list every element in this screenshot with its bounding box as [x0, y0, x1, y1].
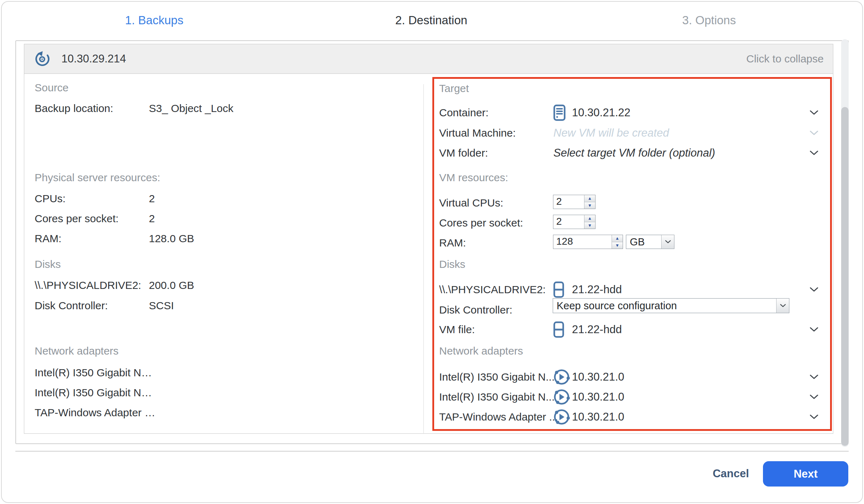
column-divider: [423, 84, 424, 434]
ram-unit-value: GB: [626, 236, 661, 248]
virtual-cpus-increment-icon[interactable]: ▲: [584, 195, 595, 202]
physical-drive-row: \\.\PHYSICALDRIVE2: 200.0 GB: [35, 277, 194, 294]
vm-folder-dropdown-icon[interactable]: [810, 150, 818, 156]
network-icon: [553, 389, 570, 405]
virtual-cpus-row: Virtual CPUs:: [439, 195, 553, 211]
adapter-name: TAP-Windows Adapter …: [35, 407, 155, 419]
vm-file-row[interactable]: VM file: 21.22-hdd: [439, 321, 622, 338]
disk-icon: [553, 321, 564, 338]
step-options[interactable]: 3. Options: [682, 14, 736, 27]
backup-location-row: Backup location: S3_ Object _Lock: [35, 100, 233, 117]
vm-folder-row[interactable]: VM folder: Select target VM folder (opti…: [439, 145, 715, 161]
virtual-machine-row[interactable]: Virtual Machine: New VM will be created: [439, 125, 669, 141]
network-icon: [553, 409, 570, 425]
cores-increment-icon[interactable]: ▲: [584, 215, 595, 222]
collapse-hint[interactable]: Click to collapse: [746, 53, 824, 65]
virtual-machine-placeholder: New VM will be created: [553, 127, 669, 139]
step-destination[interactable]: 2. Destination: [395, 14, 467, 27]
ram-value: 128.0 GB: [149, 233, 194, 245]
cores-value: 2: [149, 213, 155, 225]
footer-divider: [15, 451, 849, 452]
network-icon: [553, 369, 570, 385]
ram-unit-dropdown-icon[interactable]: [661, 235, 674, 249]
physical-drive-value: 200.0 GB: [149, 279, 194, 291]
target-ram-row: RAM:: [439, 235, 553, 251]
target-adapter-row[interactable]: Intel(R) I350 Gigabit N... 10.30.21.0: [439, 389, 624, 405]
physical-drive-label: \\.\PHYSICALDRIVE2:: [35, 279, 149, 291]
virtual-machine-dropdown-icon[interactable]: [810, 130, 818, 136]
server-panel-header[interactable]: 10.30.29.214 Click to collapse: [24, 44, 833, 74]
cancel-button[interactable]: Cancel: [697, 465, 765, 482]
cores-decrement-icon[interactable]: ▼: [584, 222, 595, 229]
vertical-scrollbar-thumb[interactable]: [841, 107, 849, 446]
adapter-name: Intel(R) I350 Gigabit N…: [35, 387, 152, 399]
ram-decrement-icon[interactable]: ▼: [612, 242, 623, 249]
step-backups[interactable]: 1. Backups: [125, 14, 183, 27]
target-controller-row: Disk Controller:: [439, 302, 553, 318]
target-adapter-row[interactable]: Intel(R) I350 Gigabit N... 10.30.21.0: [439, 369, 624, 385]
virtual-cpus-label: Virtual CPUs:: [439, 197, 553, 209]
target-adapter-network: 10.30.21.0: [572, 411, 624, 423]
virtual-cpus-decrement-icon[interactable]: ▼: [584, 202, 595, 209]
backup-location-value: S3_ Object _Lock: [149, 102, 233, 114]
cores-input[interactable]: [553, 215, 584, 229]
target-drive-value: 21.22-hdd: [572, 283, 622, 296]
container-row[interactable]: Container: 10.30.21.22: [439, 105, 631, 121]
disk-controller-dropdown-icon[interactable]: [776, 299, 789, 313]
target-drive-row[interactable]: \\.\PHYSICALDRIVE2: 21.22-hdd: [439, 281, 622, 298]
restore-icon: [34, 51, 50, 67]
wizard-window: 1. Backups 2. Destination 3. Options 10.…: [0, 0, 864, 504]
virtual-cpus-input[interactable]: [553, 195, 584, 209]
vm-file-dropdown-icon[interactable]: [810, 327, 818, 332]
ram-unit-select[interactable]: GB: [626, 235, 674, 249]
vm-folder-placeholder: Select target VM folder (optional): [553, 147, 715, 159]
disk-controller-selected-value: Keep source configuration: [553, 300, 776, 312]
target-adapter-network: 10.30.21.0: [572, 371, 624, 383]
vm-file-value: 21.22-hdd: [572, 323, 622, 336]
source-section-header: Source: [35, 80, 69, 95]
cores-row: Cores per socket: 2: [35, 210, 155, 227]
target-cores-row: Cores per socket:: [439, 215, 553, 231]
disk-controller-row: Disk Controller: SCSI: [35, 297, 174, 314]
target-adapter-name: Intel(R) I350 Gigabit N...: [439, 371, 553, 383]
ram-increment-icon[interactable]: ▲: [612, 235, 623, 242]
vm-resources-header: VM resources:: [439, 170, 508, 185]
virtual-machine-label: Virtual Machine:: [439, 127, 553, 139]
vm-file-label: VM file:: [439, 324, 553, 336]
target-ram-label: RAM:: [439, 237, 553, 249]
target-network-header: Network adapters: [439, 343, 523, 358]
adapter-dropdown-icon[interactable]: [810, 374, 818, 380]
target-drive-dropdown-icon[interactable]: [810, 287, 818, 292]
adapter-name: Intel(R) I350 Gigabit N…: [35, 367, 152, 379]
adapter-dropdown-icon[interactable]: [810, 394, 818, 400]
ram-spinner[interactable]: ▲ ▼: [553, 235, 623, 249]
virtual-cpus-spinner[interactable]: ▲ ▼: [553, 195, 596, 209]
container-value: 10.30.21.22: [572, 106, 631, 119]
cpus-label: CPUs:: [35, 193, 149, 205]
cores-label: Cores per socket:: [35, 213, 149, 225]
target-adapter-name: TAP-Windows Adapter ...: [439, 411, 553, 423]
ram-input[interactable]: [553, 235, 612, 249]
cpus-value: 2: [149, 193, 155, 205]
cores-spinner[interactable]: ▲ ▼: [553, 215, 596, 229]
disk-controller-value: SCSI: [149, 300, 174, 312]
target-cores-label: Cores per socket:: [439, 217, 553, 229]
target-disks-header: Disks: [439, 257, 465, 272]
target-controller-label: Disk Controller:: [439, 304, 553, 316]
adapter-row: Intel(R) I350 Gigabit N…: [35, 365, 152, 381]
target-adapter-network: 10.30.21.0: [572, 391, 624, 403]
target-adapter-name: Intel(R) I350 Gigabit N...: [439, 391, 553, 403]
physical-resources-header: Physical server resources:: [35, 170, 160, 185]
target-section-header: Target: [439, 81, 469, 96]
adapter-dropdown-icon[interactable]: [810, 414, 818, 420]
next-button[interactable]: Next: [763, 461, 848, 487]
container-label: Container:: [439, 107, 553, 119]
disk-controller-select[interactable]: Keep source configuration: [553, 298, 789, 313]
adapter-row: Intel(R) I350 Gigabit N…: [35, 385, 152, 401]
target-drive-label: \\.\PHYSICALDRIVE2:: [439, 284, 553, 296]
backup-location-label: Backup location:: [35, 102, 149, 114]
container-dropdown-icon[interactable]: [810, 110, 818, 116]
target-adapter-row[interactable]: TAP-Windows Adapter ... 10.30.21.0: [439, 409, 624, 425]
vm-folder-label: VM folder:: [439, 147, 553, 159]
ram-label: RAM:: [35, 233, 149, 245]
